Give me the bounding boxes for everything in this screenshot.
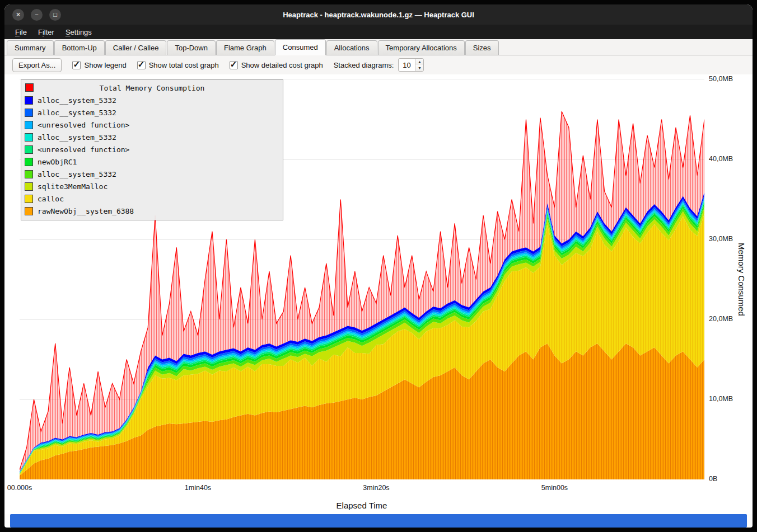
y-tick-50-0mb: 50,0MB <box>709 75 733 83</box>
legend-swatch-total <box>25 83 34 92</box>
legend-swatch <box>25 145 33 154</box>
checkbox-label: Show legend <box>84 61 126 69</box>
x-tick-1min40s: 1min40s <box>185 484 211 492</box>
legend-swatch <box>25 133 33 142</box>
x-tick-00-000s: 00.000s <box>7 484 32 492</box>
legend-label: sqlite3MemMalloc <box>38 182 108 191</box>
stacked-diagrams-control: Stacked diagrams: 10 ▲ ▼ <box>334 58 424 72</box>
tab-allocations[interactable]: Allocations <box>326 40 377 55</box>
toolbar-checkboxes: ✓Show legend✓Show total cost graph✓Show … <box>72 61 323 69</box>
checkbox-label: Show detailed cost graph <box>241 61 323 69</box>
legend-item[interactable]: rawNewObj__system_6388 <box>24 205 280 217</box>
checkbox-show-total-cost-graph[interactable]: ✓Show total cost graph <box>137 61 219 69</box>
legend-label: <unresolved function> <box>38 145 129 154</box>
y-axis-title: Memory Consumed <box>737 79 746 479</box>
tab-flame-graph[interactable]: Flame Graph <box>216 40 274 55</box>
x-tick-3min20s: 3min20s <box>363 484 389 492</box>
close-icon: ✕ <box>16 12 21 18</box>
menu-bar: FileFilterSettings <box>4 25 753 39</box>
arrow-up-icon: ▲ <box>418 60 422 64</box>
legend-title: Total Memory Consumption <box>100 84 205 92</box>
stacked-diagrams-spinbox[interactable]: 10 ▲ ▼ <box>398 58 424 72</box>
legend-swatch <box>25 195 33 203</box>
tab-consumed[interactable]: Consumed <box>275 39 326 55</box>
menu-file[interactable]: File <box>10 26 32 38</box>
tab-caller-callee[interactable]: Caller / Callee <box>105 40 167 55</box>
legend-label: alloc__system_5332 <box>38 96 116 105</box>
tab-bar: SummaryBottom-UpCaller / CalleeTop-DownF… <box>4 39 753 55</box>
legend-swatch <box>25 182 33 191</box>
legend-item[interactable]: <unresolved function> <box>24 119 280 131</box>
legend-label: rawNewObj__system_6388 <box>38 207 134 215</box>
check-icon: ✓ <box>230 59 237 69</box>
window-controls: ✕ − □ <box>12 4 61 25</box>
legend-item[interactable]: sqlite3MemMalloc <box>24 180 280 192</box>
toolbar: Export As... ✓Show legend✓Show total cos… <box>4 55 753 74</box>
y-tick-20-0mb: 20,0MB <box>709 315 733 323</box>
minimize-button[interactable]: − <box>31 9 43 21</box>
legend-item[interactable]: alloc__system_5332 <box>24 106 280 119</box>
legend-swatch <box>25 121 33 129</box>
checkbox-show-detailed-cost-graph[interactable]: ✓Show detailed cost graph <box>230 61 323 69</box>
legend-item[interactable]: alloc__system_5332 <box>24 94 280 106</box>
checkbox-box: ✓ <box>72 61 81 69</box>
tab-bottom-up[interactable]: Bottom-Up <box>54 40 105 55</box>
x-tick-5min00s: 5min00s <box>541 484 568 492</box>
app-window: ✕ − □ Heaptrack - heaptrack.wakunode.1.g… <box>4 4 753 528</box>
legend-label: alloc__system_5332 <box>38 170 116 178</box>
legend-label: calloc <box>38 195 64 203</box>
maximize-icon: □ <box>53 12 57 18</box>
title-bar: ✕ − □ Heaptrack - heaptrack.wakunode.1.g… <box>4 4 753 25</box>
maximize-button[interactable]: □ <box>49 9 61 21</box>
arrow-down-icon: ▼ <box>418 66 422 70</box>
y-tick-10-0mb: 10,0MB <box>709 395 733 403</box>
legend-label: alloc__system_5332 <box>38 109 116 117</box>
checkbox-label: Show total cost graph <box>149 61 219 69</box>
legend-label: alloc__system_5332 <box>38 133 116 142</box>
y-tick-40-0mb: 40,0MB <box>709 155 733 163</box>
legend-swatch <box>25 158 33 166</box>
tab-top-down[interactable]: Top-Down <box>167 40 216 55</box>
minimize-icon: − <box>35 12 38 18</box>
tab-summary[interactable]: Summary <box>7 40 54 55</box>
close-button[interactable]: ✕ <box>12 9 24 21</box>
tab-temporary-allocations[interactable]: Temporary Allocations <box>378 40 465 55</box>
menu-settings[interactable]: Settings <box>60 26 97 38</box>
legend-item[interactable]: alloc__system_5332 <box>24 131 280 143</box>
menu-filter[interactable]: Filter <box>33 26 59 38</box>
stepper-down-button[interactable]: ▼ <box>415 65 423 71</box>
legend-label: <unresolved function> <box>38 121 129 129</box>
stacked-diagrams-value: 10 <box>399 59 415 71</box>
y-tick-0b: 0B <box>709 475 717 483</box>
check-icon: ✓ <box>138 59 145 69</box>
x-axis-title: Elapsed Time <box>337 501 387 510</box>
chart-legend: Total Memory Consumptionalloc__system_53… <box>21 79 283 220</box>
checkbox-show-legend[interactable]: ✓Show legend <box>72 61 126 69</box>
stacked-diagrams-label: Stacked diagrams: <box>334 61 394 69</box>
legend-item[interactable]: calloc <box>24 192 280 205</box>
legend-swatch <box>25 109 33 117</box>
checkbox-box: ✓ <box>137 61 146 69</box>
legend-item[interactable]: newObjRC1 <box>24 156 280 168</box>
legend-item[interactable]: alloc__system_5332 <box>24 168 280 180</box>
chart-area: Total Memory Consumptionalloc__system_53… <box>4 74 753 514</box>
export-as-button[interactable]: Export As... <box>12 58 62 72</box>
legend-title-row: Total Memory Consumption <box>24 82 280 94</box>
checkbox-box: ✓ <box>230 61 238 69</box>
horizontal-scrollbar[interactable] <box>10 514 747 528</box>
stepper-up-button[interactable]: ▲ <box>415 59 423 65</box>
legend-swatch <box>25 96 33 105</box>
check-icon: ✓ <box>73 59 80 69</box>
legend-label: newObjRC1 <box>38 158 77 166</box>
stacked-diagrams-steppers: ▲ ▼ <box>415 59 423 71</box>
tab-sizes[interactable]: Sizes <box>465 40 499 55</box>
legend-swatch <box>25 170 33 178</box>
legend-swatch <box>25 207 33 215</box>
y-tick-30-0mb: 30,0MB <box>709 235 733 243</box>
legend-item[interactable]: <unresolved function> <box>24 143 280 156</box>
window-title: Heaptrack - heaptrack.wakunode.1.gz — He… <box>283 11 474 19</box>
